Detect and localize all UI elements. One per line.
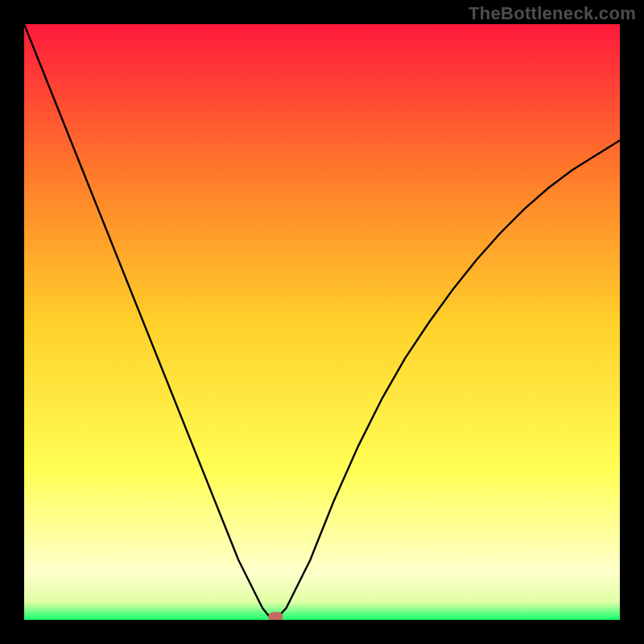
- chart-area: [24, 24, 620, 620]
- dip-marker: [268, 612, 283, 620]
- watermark-label: TheBottleneck.com: [469, 3, 636, 24]
- bottleneck-chart: [24, 24, 620, 620]
